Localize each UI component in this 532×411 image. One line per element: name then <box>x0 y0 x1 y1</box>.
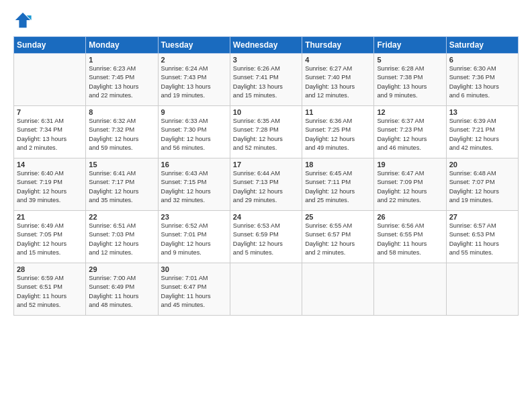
calendar-cell: 21Sunrise: 6:49 AMSunset: 7:05 PMDayligh… <box>14 211 86 263</box>
day-number: 27 <box>449 213 515 221</box>
cell-content: Sunrise: 6:44 AMSunset: 7:13 PMDaylight:… <box>233 169 299 205</box>
calendar-cell: 28Sunrise: 6:59 AMSunset: 6:51 PMDayligh… <box>14 263 86 316</box>
cell-content: Sunrise: 6:28 AMSunset: 7:38 PMDaylight:… <box>377 64 443 100</box>
cell-content: Sunrise: 6:36 AMSunset: 7:25 PMDaylight:… <box>305 117 371 152</box>
calendar-cell: 3Sunrise: 6:26 AMSunset: 7:41 PMDaylight… <box>230 54 302 106</box>
calendar-cell: 30Sunrise: 7:01 AMSunset: 6:47 PMDayligh… <box>158 263 230 316</box>
day-header-friday: Friday <box>374 37 446 54</box>
cell-content: Sunrise: 6:33 AMSunset: 7:30 PMDaylight:… <box>161 117 227 152</box>
cell-content: Sunrise: 6:53 AMSunset: 6:59 PMDaylight:… <box>233 222 299 257</box>
cell-content: Sunrise: 6:52 AMSunset: 7:01 PMDaylight:… <box>161 222 227 257</box>
day-number: 14 <box>17 161 83 169</box>
day-header-thursday: Thursday <box>302 37 374 54</box>
week-row-1: 1Sunrise: 6:23 AMSunset: 7:45 PMDaylight… <box>14 54 519 106</box>
logo-icon <box>13 11 32 30</box>
day-number: 17 <box>233 161 299 169</box>
day-number: 21 <box>17 213 83 221</box>
day-number: 9 <box>161 108 227 116</box>
day-number: 12 <box>377 108 443 116</box>
logo <box>13 11 35 30</box>
calendar-cell: 25Sunrise: 6:55 AMSunset: 6:57 PMDayligh… <box>302 211 374 263</box>
day-number: 18 <box>305 161 371 169</box>
cell-content: Sunrise: 6:56 AMSunset: 6:55 PMDaylight:… <box>377 222 443 257</box>
calendar-table: SundayMondayTuesdayWednesdayThursdayFrid… <box>13 36 519 316</box>
week-row-2: 7Sunrise: 6:31 AMSunset: 7:34 PMDaylight… <box>14 106 519 158</box>
day-number: 1 <box>89 56 154 64</box>
day-number: 6 <box>449 56 515 64</box>
calendar-cell: 19Sunrise: 6:47 AMSunset: 7:09 PMDayligh… <box>374 158 446 211</box>
cell-content: Sunrise: 6:48 AMSunset: 7:07 PMDaylight:… <box>449 169 515 205</box>
calendar-cell <box>374 263 446 316</box>
cell-content: Sunrise: 6:59 AMSunset: 6:51 PMDaylight:… <box>17 274 83 310</box>
calendar-cell: 27Sunrise: 6:57 AMSunset: 6:53 PMDayligh… <box>446 211 518 263</box>
calendar-cell: 20Sunrise: 6:48 AMSunset: 7:07 PMDayligh… <box>446 158 518 211</box>
cell-content: Sunrise: 6:23 AMSunset: 7:45 PMDaylight:… <box>89 64 154 100</box>
day-number: 13 <box>449 108 515 116</box>
cell-content: Sunrise: 6:41 AMSunset: 7:17 PMDaylight:… <box>89 169 154 205</box>
cell-content: Sunrise: 6:30 AMSunset: 7:36 PMDaylight:… <box>449 64 515 100</box>
calendar-cell: 24Sunrise: 6:53 AMSunset: 6:59 PMDayligh… <box>230 211 302 263</box>
calendar-cell: 4Sunrise: 6:27 AMSunset: 7:40 PMDaylight… <box>302 54 374 106</box>
day-number: 19 <box>377 161 443 169</box>
week-row-5: 28Sunrise: 6:59 AMSunset: 6:51 PMDayligh… <box>14 263 519 316</box>
day-number: 5 <box>377 56 443 64</box>
calendar-cell: 7Sunrise: 6:31 AMSunset: 7:34 PMDaylight… <box>14 106 86 158</box>
day-number: 26 <box>377 213 443 221</box>
header-row: SundayMondayTuesdayWednesdayThursdayFrid… <box>14 37 519 54</box>
calendar-cell: 14Sunrise: 6:40 AMSunset: 7:19 PMDayligh… <box>14 158 86 211</box>
header <box>13 11 519 30</box>
calendar-cell: 29Sunrise: 7:00 AMSunset: 6:49 PMDayligh… <box>86 263 158 316</box>
day-number: 24 <box>233 213 299 221</box>
day-header-saturday: Saturday <box>446 37 518 54</box>
calendar-cell: 13Sunrise: 6:39 AMSunset: 7:21 PMDayligh… <box>446 106 518 158</box>
day-header-tuesday: Tuesday <box>158 37 230 54</box>
svg-marker-0 <box>15 13 30 28</box>
day-number: 30 <box>161 265 227 273</box>
day-header-monday: Monday <box>86 37 158 54</box>
calendar-cell <box>230 263 302 316</box>
calendar-cell: 9Sunrise: 6:33 AMSunset: 7:30 PMDaylight… <box>158 106 230 158</box>
day-number: 29 <box>89 265 154 273</box>
day-number: 25 <box>305 213 371 221</box>
day-header-sunday: Sunday <box>14 37 86 54</box>
calendar-cell: 17Sunrise: 6:44 AMSunset: 7:13 PMDayligh… <box>230 158 302 211</box>
calendar-cell: 11Sunrise: 6:36 AMSunset: 7:25 PMDayligh… <box>302 106 374 158</box>
cell-content: Sunrise: 6:26 AMSunset: 7:41 PMDaylight:… <box>233 64 299 100</box>
day-number: 23 <box>161 213 227 221</box>
cell-content: Sunrise: 6:39 AMSunset: 7:21 PMDaylight:… <box>449 117 515 152</box>
calendar-cell: 16Sunrise: 6:43 AMSunset: 7:15 PMDayligh… <box>158 158 230 211</box>
week-row-3: 14Sunrise: 6:40 AMSunset: 7:19 PMDayligh… <box>14 158 519 211</box>
calendar-cell: 8Sunrise: 6:32 AMSunset: 7:32 PMDaylight… <box>86 106 158 158</box>
day-number: 2 <box>161 56 227 64</box>
week-row-4: 21Sunrise: 6:49 AMSunset: 7:05 PMDayligh… <box>14 211 519 263</box>
cell-content: Sunrise: 6:27 AMSunset: 7:40 PMDaylight:… <box>305 64 371 100</box>
day-header-wednesday: Wednesday <box>230 37 302 54</box>
calendar-cell: 10Sunrise: 6:35 AMSunset: 7:28 PMDayligh… <box>230 106 302 158</box>
calendar-cell: 1Sunrise: 6:23 AMSunset: 7:45 PMDaylight… <box>86 54 158 106</box>
calendar-cell <box>14 54 86 106</box>
calendar-cell: 5Sunrise: 6:28 AMSunset: 7:38 PMDaylight… <box>374 54 446 106</box>
cell-content: Sunrise: 6:37 AMSunset: 7:23 PMDaylight:… <box>377 117 443 152</box>
cell-content: Sunrise: 6:40 AMSunset: 7:19 PMDaylight:… <box>17 169 83 205</box>
cell-content: Sunrise: 7:01 AMSunset: 6:47 PMDaylight:… <box>161 274 227 310</box>
calendar-cell <box>302 263 374 316</box>
day-number: 4 <box>305 56 371 64</box>
page: SundayMondayTuesdayWednesdayThursdayFrid… <box>0 0 532 411</box>
day-number: 10 <box>233 108 299 116</box>
calendar-cell: 22Sunrise: 6:51 AMSunset: 7:03 PMDayligh… <box>86 211 158 263</box>
day-number: 11 <box>305 108 371 116</box>
calendar-cell: 15Sunrise: 6:41 AMSunset: 7:17 PMDayligh… <box>86 158 158 211</box>
calendar-cell: 18Sunrise: 6:45 AMSunset: 7:11 PMDayligh… <box>302 158 374 211</box>
day-number: 20 <box>449 161 515 169</box>
cell-content: Sunrise: 6:57 AMSunset: 6:53 PMDaylight:… <box>449 222 515 257</box>
day-number: 28 <box>17 265 83 273</box>
calendar-cell <box>446 263 518 316</box>
day-number: 3 <box>233 56 299 64</box>
cell-content: Sunrise: 6:35 AMSunset: 7:28 PMDaylight:… <box>233 117 299 152</box>
day-number: 22 <box>89 213 154 221</box>
cell-content: Sunrise: 6:45 AMSunset: 7:11 PMDaylight:… <box>305 169 371 205</box>
day-number: 15 <box>89 161 154 169</box>
cell-content: Sunrise: 7:00 AMSunset: 6:49 PMDaylight:… <box>89 274 154 310</box>
cell-content: Sunrise: 6:32 AMSunset: 7:32 PMDaylight:… <box>89 117 154 152</box>
calendar-cell: 26Sunrise: 6:56 AMSunset: 6:55 PMDayligh… <box>374 211 446 263</box>
